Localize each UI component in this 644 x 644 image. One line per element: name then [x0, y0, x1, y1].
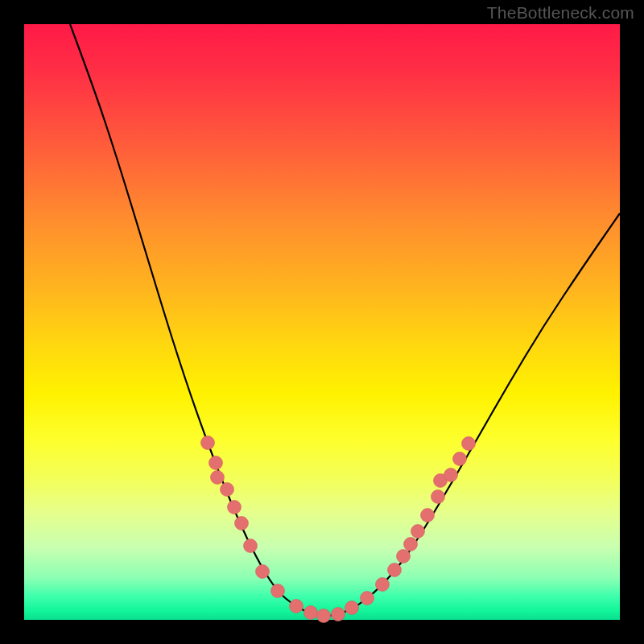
scatter-dot — [244, 539, 258, 553]
watermark-text: TheBottleneck.com — [487, 3, 634, 23]
scatter-dot — [404, 538, 418, 551]
scatter-dot — [411, 525, 425, 539]
scatter-dot — [228, 501, 242, 514]
scatter-dot — [376, 578, 390, 592]
chart-overlay — [24, 24, 620, 620]
scatter-dot — [271, 584, 285, 598]
scatter-dot — [453, 452, 467, 466]
scatter-dot — [397, 550, 411, 564]
scatter-dot — [235, 517, 249, 530]
scatter-dot — [256, 565, 270, 579]
scatter-dot — [444, 469, 458, 482]
scatter-dot — [221, 483, 234, 497]
scatter-dot — [388, 564, 402, 577]
scatter-dot — [332, 608, 345, 621]
scatter-dot — [462, 437, 476, 451]
scatter-dot — [201, 436, 215, 450]
bottleneck-curve — [70, 24, 620, 616]
scatter-dot — [290, 600, 303, 613]
chart-frame: TheBottleneck.com — [0, 0, 644, 644]
scatter-dot — [211, 471, 225, 485]
scatter-dot — [209, 456, 223, 470]
scatter-dot — [431, 490, 445, 504]
scatter-points — [201, 436, 476, 623]
scatter-dot — [304, 606, 318, 620]
scatter-dot — [361, 592, 374, 605]
scatter-dot — [317, 609, 331, 623]
scatter-dot — [421, 509, 435, 522]
scatter-dot — [345, 601, 359, 615]
